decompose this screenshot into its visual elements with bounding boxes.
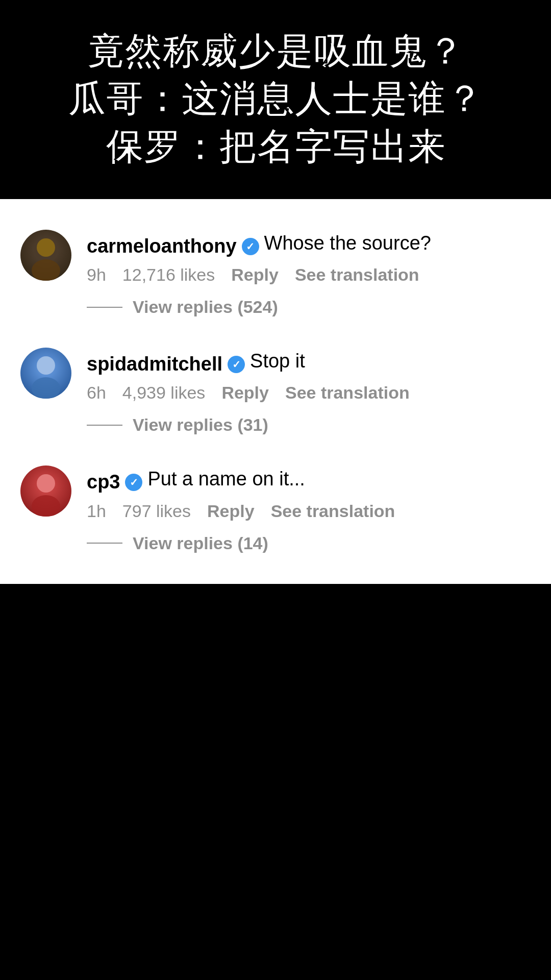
- comment-time-cp3: 1h: [87, 501, 106, 521]
- svg-point-3: [32, 377, 60, 399]
- replies-line-cp3: [87, 543, 122, 544]
- replies-text-spida[interactable]: View replies (31): [133, 415, 268, 435]
- svg-point-5: [32, 495, 60, 517]
- avatar-spida[interactable]: [20, 348, 71, 399]
- svg-point-4: [37, 474, 55, 493]
- comment-carmelo: carmeloanthony Whose the source? 9h 12,7…: [0, 214, 551, 332]
- bottom-banner: [0, 584, 551, 854]
- translate-button-cp3[interactable]: See translation: [271, 501, 395, 521]
- svg-point-1: [32, 259, 60, 281]
- username-carmelo[interactable]: carmeloanthony: [87, 235, 237, 257]
- replies-line-carmelo: [87, 307, 122, 308]
- comment-cp3: cp3 Put a name on it... 1h 797 likes Rep…: [0, 450, 551, 568]
- replies-line-spida: [87, 425, 122, 426]
- comment-text-carmelo: Whose the source?: [264, 230, 431, 257]
- avatar-cp3[interactable]: [20, 465, 71, 517]
- comments-section: carmeloanthony Whose the source? 9h 12,7…: [0, 199, 551, 584]
- username-cp3[interactable]: cp3: [87, 471, 120, 493]
- comment-spida: spidadmitchell Stop it 6h 4,939 likes Re…: [0, 332, 551, 450]
- replies-text-carmelo[interactable]: View replies (524): [133, 297, 278, 317]
- reply-button-carmelo[interactable]: Reply: [231, 265, 279, 285]
- comment-time-spida: 6h: [87, 383, 106, 403]
- svg-point-2: [37, 356, 55, 375]
- view-replies-carmelo[interactable]: View replies (524): [87, 297, 531, 327]
- view-replies-cp3[interactable]: View replies (14): [87, 533, 531, 564]
- translate-button-carmelo[interactable]: See translation: [295, 265, 419, 285]
- reply-button-cp3[interactable]: Reply: [207, 501, 255, 521]
- verified-icon-cp3: [125, 474, 142, 491]
- comment-text-cp3: Put a name on it...: [147, 465, 305, 493]
- banner-line2: 瓜哥：这消息人士是谁？: [68, 79, 483, 119]
- comment-cp3-content: cp3 Put a name on it... 1h 797 likes Rep…: [87, 465, 531, 521]
- comment-spida-content: spidadmitchell Stop it 6h 4,939 likes Re…: [87, 348, 531, 403]
- translate-button-spida[interactable]: See translation: [285, 383, 410, 403]
- view-replies-spida[interactable]: View replies (31): [87, 415, 531, 445]
- banner-title: 竟然称威少是吸血鬼？ 瓜哥：这消息人士是谁？ 保罗：把名字写出来: [68, 28, 483, 172]
- comment-likes-spida[interactable]: 4,939 likes: [122, 383, 206, 403]
- verified-icon-carmelo: [242, 238, 259, 255]
- svg-point-0: [37, 238, 55, 257]
- banner-line3: 保罗：把名字写出来: [106, 127, 445, 167]
- comment-text-spida: Stop it: [250, 348, 305, 375]
- verified-icon-spida: [228, 356, 245, 373]
- reply-button-spida[interactable]: Reply: [221, 383, 269, 403]
- comment-likes-carmelo[interactable]: 12,716 likes: [122, 265, 215, 285]
- comment-time-carmelo: 9h: [87, 265, 106, 285]
- top-banner: 竟然称威少是吸血鬼？ 瓜哥：这消息人士是谁？ 保罗：把名字写出来: [0, 0, 551, 199]
- comment-carmelo-content: carmeloanthony Whose the source? 9h 12,7…: [87, 230, 531, 285]
- replies-text-cp3[interactable]: View replies (14): [133, 533, 268, 553]
- banner-line1: 竟然称威少是吸血鬼？: [87, 31, 464, 72]
- avatar-carmelo[interactable]: [20, 230, 71, 281]
- username-spida[interactable]: spidadmitchell: [87, 353, 222, 375]
- comment-likes-cp3[interactable]: 797 likes: [122, 501, 191, 521]
